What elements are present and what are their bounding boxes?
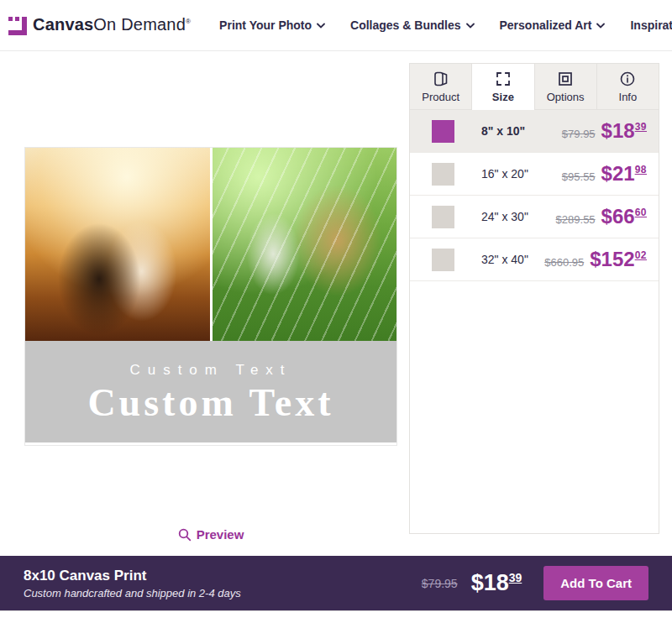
photo-toddler-dog-sprinkler <box>213 148 397 341</box>
shipping-note: Custom handcrafted and shipped in 2-4 da… <box>24 587 241 599</box>
price-group: $95.55 $2198 <box>562 164 647 184</box>
brand-name: CanvasOn Demand® <box>33 15 191 34</box>
original-price: $79.95 <box>562 128 596 140</box>
cart-bar-pricing: $79.95 $1839 Add To Cart <box>422 566 648 600</box>
nav-print-your-photo[interactable]: Print Your Photo <box>219 18 325 32</box>
page: CanvasOn Demand® Print Your Photo Collag… <box>0 0 672 623</box>
nav-inspiration[interactable]: Inspiration <box>630 18 672 32</box>
brand-logo-icon <box>8 17 27 35</box>
photo-child-and-dog-sunset <box>25 148 210 341</box>
canvas-preview[interactable]: Custom Text Custom Text <box>25 148 396 445</box>
size-corners-icon <box>495 71 512 87</box>
chevron-down-icon <box>466 23 475 29</box>
size-swatch <box>432 206 454 228</box>
price-group: $660.95 $15202 <box>544 249 647 270</box>
tab-product[interactable]: Product <box>410 64 472 110</box>
original-price: $289.55 <box>556 213 596 226</box>
sale-price: $6660 <box>601 207 647 227</box>
photo-row <box>25 148 396 341</box>
size-swatch <box>432 249 454 271</box>
custom-text-large: Custom Text <box>87 384 333 422</box>
top-header: CanvasOn Demand® Print Your Photo Collag… <box>0 0 672 51</box>
tab-size[interactable]: Size <box>472 64 534 110</box>
info-icon <box>619 71 636 87</box>
size-option-16x20[interactable]: 16" x 20" $95.55 $2198 <box>410 153 659 196</box>
product-options-panel: Product Size Options <box>409 63 659 534</box>
custom-text-small: Custom Text <box>129 362 291 379</box>
add-to-cart-button[interactable]: Add To Cart <box>543 566 648 600</box>
size-option-8x10[interactable]: 8" x 10" $79.95 $1839 <box>410 110 659 153</box>
original-price: $79.95 <box>422 577 458 590</box>
frame-options-icon <box>557 71 574 87</box>
sale-price: $1839 <box>471 572 522 594</box>
canvas-product-icon <box>433 71 449 87</box>
sale-price: $2198 <box>601 164 647 184</box>
magnifier-icon <box>178 528 192 542</box>
price-group: $79.95 $1839 <box>562 121 647 141</box>
original-price: $660.95 <box>544 256 584 269</box>
size-option-24x30[interactable]: 24" x 30" $289.55 $6660 <box>410 196 659 238</box>
trademark-symbol: ® <box>186 18 191 25</box>
sale-price: $1839 <box>601 121 647 141</box>
chevron-down-icon <box>317 23 325 29</box>
nav-collages-bundles[interactable]: Collages & Bundles <box>350 18 474 32</box>
size-option-32x40[interactable]: 32" x 40" $660.95 $15202 <box>410 238 659 281</box>
sticky-cart-bar: 8x10 Canvas Print Custom handcrafted and… <box>0 556 672 611</box>
product-summary: 8x10 Canvas Print Custom handcrafted and… <box>24 568 241 599</box>
tab-options[interactable]: Options <box>535 64 597 110</box>
product-title: 8x10 Canvas Print <box>24 568 241 584</box>
panel-tabs: Product Size Options <box>410 64 659 110</box>
brand-logo[interactable]: CanvasOn Demand® <box>8 15 191 35</box>
custom-text-band: Custom Text Custom Text <box>25 341 396 442</box>
nav-personalized-art[interactable]: Personalized Art <box>500 18 606 32</box>
chevron-down-icon <box>596 23 605 29</box>
sale-price: $15202 <box>590 249 647 270</box>
price-group: $289.55 $6660 <box>556 207 647 227</box>
tab-info[interactable]: Info <box>597 64 659 110</box>
size-swatch <box>432 120 454 143</box>
size-swatch <box>432 163 454 186</box>
preview-link[interactable]: Preview <box>0 527 422 542</box>
main-nav: Print Your Photo Collages & Bundles Pers… <box>219 18 672 32</box>
original-price: $95.55 <box>562 170 596 183</box>
